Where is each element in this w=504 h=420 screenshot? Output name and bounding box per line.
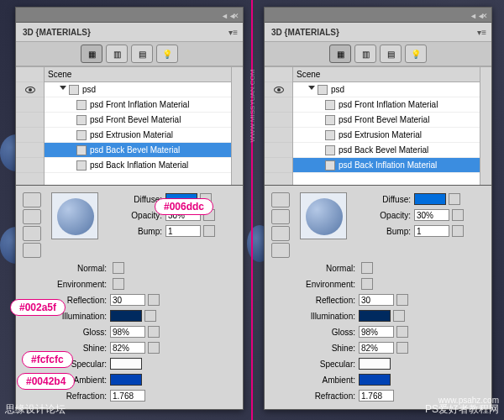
illumination-swatch[interactable] [110, 310, 142, 322]
visibility-toggle[interactable] [265, 143, 292, 158]
texture-picker-icon[interactable] [396, 342, 408, 354]
texture-picker-icon[interactable] [452, 225, 464, 237]
specular-swatch[interactable] [110, 358, 142, 370]
eye-icon [274, 87, 284, 93]
texture-picker-icon[interactable] [452, 209, 464, 221]
visibility-toggle[interactable] [16, 82, 44, 97]
illumination-swatch[interactable] [359, 310, 391, 322]
bump-input[interactable]: 1 [165, 225, 201, 237]
prop-tool-button[interactable] [23, 226, 41, 241]
visibility-toggle[interactable] [265, 113, 292, 128]
texture-picker-icon[interactable] [113, 278, 124, 290]
filter-material-button[interactable]: ▤ [131, 45, 153, 63]
diffuse-swatch[interactable] [414, 193, 446, 205]
panel-menu-icon[interactable]: ▾≡ [477, 28, 491, 37]
watermark-left: 思缘设计论坛 [5, 402, 66, 417]
tool-column [271, 192, 300, 258]
prop-tool-button[interactable] [23, 192, 41, 207]
gloss-input[interactable]: 98% [359, 326, 394, 338]
prop-tool-button[interactable] [271, 226, 290, 241]
scene-header: Scene [45, 67, 231, 82]
texture-picker-icon[interactable] [144, 310, 156, 322]
material-preview[interactable] [300, 192, 347, 239]
scene-tree: Scene psd psd Front Inflation Material p… [16, 66, 243, 186]
visibility-toggle[interactable] [16, 158, 44, 173]
ambient-swatch[interactable] [359, 374, 391, 386]
prop-tool-button[interactable] [271, 243, 290, 258]
reflection-input[interactable]: 30 [359, 294, 394, 306]
reflection-input[interactable]: 30 [110, 294, 145, 306]
tree-node-material-selected[interactable]: psd Back Inflation Material [293, 158, 480, 173]
tree-node-material[interactable]: psd Front Inflation Material [45, 97, 231, 113]
filter-light-button[interactable]: 💡 [156, 45, 178, 63]
visibility-toggle[interactable] [265, 158, 292, 173]
visibility-toggle[interactable] [265, 97, 292, 113]
close-icon[interactable]: ✕ [233, 12, 239, 18]
shine-input[interactable]: 82% [110, 342, 145, 354]
texture-picker-icon[interactable] [396, 326, 408, 338]
visibility-toggle[interactable] [16, 113, 44, 128]
collapse-icon[interactable]: ◄◄ [221, 12, 228, 18]
prop-tool-button[interactable] [271, 209, 290, 224]
node-label: psd [82, 85, 96, 94]
visibility-toggle[interactable] [265, 82, 292, 97]
tree-scrollbar[interactable] [480, 67, 491, 185]
panel-menu-icon[interactable]: ▾≡ [228, 28, 243, 37]
tree-node-material[interactable]: psd Front Bevel Material [45, 113, 231, 128]
prop-tool-button[interactable] [23, 209, 41, 224]
tab-bar: 3D {MATERIALS} ▾≡ [16, 23, 243, 41]
ambient-swatch[interactable] [110, 374, 142, 386]
scene-label: Scene [297, 70, 320, 79]
material-icon [76, 115, 87, 125]
visibility-toggle[interactable] [265, 128, 292, 143]
texture-picker-icon[interactable] [361, 262, 373, 274]
specular-swatch[interactable] [359, 358, 391, 370]
materials-panel-right: ◄◄ ✕ 3D {MATERIALS} ▾≡ ▦ ▥ ▤ 💡 Scene psd… [264, 7, 492, 410]
visibility-column [16, 67, 45, 185]
collapse-icon[interactable]: ◄◄ [470, 12, 476, 18]
tree-node-material[interactable]: psd Back Bevel Material [293, 143, 480, 158]
shine-input[interactable]: 82% [359, 342, 394, 354]
texture-picker-icon[interactable] [113, 262, 124, 274]
filter-mesh-button[interactable]: ▥ [354, 45, 376, 63]
tab-3d-materials[interactable]: 3D {MATERIALS} [265, 25, 346, 39]
visibility-toggle[interactable] [16, 143, 44, 158]
texture-picker-icon[interactable] [449, 193, 460, 205]
sphere-icon [306, 198, 343, 235]
node-label: psd [331, 85, 344, 94]
tree-node-material[interactable]: psd Back Inflation Material [45, 158, 231, 173]
tab-3d-materials[interactable]: 3D {MATERIALS} [16, 25, 97, 39]
tree-scrollbar[interactable] [231, 67, 243, 185]
filter-light-button[interactable]: 💡 [405, 45, 427, 63]
refraction-input[interactable]: 1.768 [110, 390, 145, 402]
texture-picker-icon[interactable] [148, 326, 160, 338]
visibility-toggle[interactable] [16, 97, 44, 113]
filter-material-button[interactable]: ▤ [380, 45, 402, 63]
texture-picker-icon[interactable] [393, 310, 405, 322]
diffuse-label: Diffuse: [355, 195, 414, 204]
visibility-toggle[interactable] [16, 128, 44, 143]
tree-node-root[interactable]: psd [293, 82, 480, 97]
tree-node-material[interactable]: psd Front Bevel Material [293, 113, 480, 128]
refraction-input[interactable]: 1.768 [359, 390, 394, 402]
texture-picker-icon[interactable] [148, 342, 160, 354]
texture-picker-icon[interactable] [203, 225, 215, 237]
gloss-input[interactable]: 98% [110, 326, 145, 338]
tree-node-material[interactable]: psd Front Inflation Material [293, 97, 480, 113]
filter-scene-button[interactable]: ▦ [81, 45, 102, 63]
tree-node-material-selected[interactable]: psd Back Bevel Material [45, 143, 231, 158]
texture-picker-icon[interactable] [396, 294, 408, 306]
material-preview[interactable] [51, 192, 98, 239]
opacity-input[interactable]: 30% [414, 209, 449, 221]
tree-node-material[interactable]: psd Extrusion Material [45, 128, 231, 143]
bump-input[interactable]: 1 [414, 225, 449, 237]
texture-picker-icon[interactable] [361, 278, 373, 290]
tree-node-root[interactable]: psd [45, 82, 231, 97]
tree-node-material[interactable]: psd Extrusion Material [293, 128, 480, 143]
close-icon[interactable]: ✕ [481, 12, 488, 18]
filter-scene-button[interactable]: ▦ [329, 45, 351, 63]
filter-mesh-button[interactable]: ▥ [106, 45, 128, 63]
prop-tool-button[interactable] [23, 243, 41, 258]
prop-tool-button[interactable] [271, 192, 290, 207]
texture-picker-icon[interactable] [148, 294, 160, 306]
